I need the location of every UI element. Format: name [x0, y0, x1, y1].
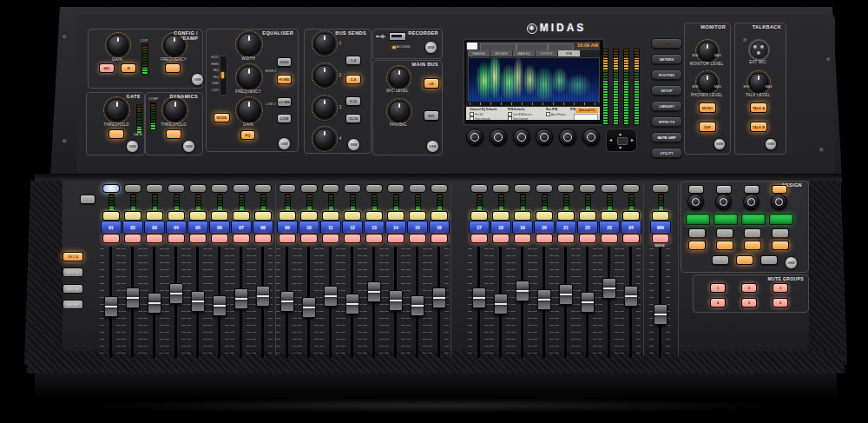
select-button[interactable] — [189, 184, 207, 193]
talk-level-knob[interactable] — [749, 73, 768, 92]
eq-frequency-knob[interactable] — [238, 66, 260, 89]
solo-button[interactable] — [431, 211, 448, 221]
fader[interactable] — [533, 245, 554, 360]
eq-band-button-hi-mid[interactable]: HI MID — [277, 75, 292, 84]
solo-button[interactable] — [365, 211, 383, 221]
assign-view-button[interactable]: VIEW — [785, 256, 798, 269]
fader-cap[interactable] — [537, 289, 551, 310]
fader-cap[interactable] — [432, 288, 446, 308]
fader-cap[interactable] — [213, 295, 227, 316]
nav-up-icon[interactable]: ▴ — [619, 131, 621, 136]
fader[interactable] — [649, 245, 670, 360]
mute-button[interactable] — [387, 234, 404, 243]
mute-group-button-3[interactable]: 3 — [773, 283, 788, 293]
mute-button[interactable] — [102, 234, 120, 243]
fader[interactable] — [143, 245, 164, 360]
fader[interactable] — [276, 245, 297, 360]
recorder-view-button[interactable]: VIEW — [424, 41, 437, 54]
eq-band-button-low[interactable]: LOW — [277, 114, 292, 123]
fader-cap[interactable] — [624, 286, 638, 307]
fader-cap[interactable] — [581, 292, 595, 313]
display-tab-mix-bus[interactable]: MIX BUS — [490, 50, 513, 56]
eq-on-button[interactable]: EQ — [240, 130, 255, 140]
mute-group-button-5[interactable]: 5 — [741, 298, 757, 307]
solo-button[interactable] — [470, 211, 488, 221]
preamp-freq-button[interactable] — [165, 63, 181, 73]
fader-cap[interactable] — [654, 304, 667, 325]
bus-send-knob-2[interactable] — [314, 65, 335, 86]
solo-button[interactable] — [579, 211, 596, 221]
fader[interactable] — [208, 245, 229, 360]
select-button[interactable] — [492, 184, 510, 193]
select-button[interactable] — [387, 184, 404, 193]
eq-band-button-lo-mid[interactable]: LO MID — [277, 97, 292, 107]
assign-encoder-3[interactable] — [743, 194, 760, 210]
fader[interactable] — [122, 245, 142, 360]
fader[interactable] — [406, 245, 427, 360]
mute-button[interactable] — [601, 234, 618, 243]
select-button[interactable] — [168, 184, 185, 193]
solo-button[interactable] — [254, 211, 272, 221]
fader[interactable] — [165, 245, 186, 360]
navigation-dpad[interactable]: ◂ ▸ ▴ ▾ — [606, 129, 637, 152]
fader-cap[interactable] — [602, 278, 616, 299]
bus-range-button-1-4[interactable]: 1-4 — [345, 56, 361, 65]
monitor-mono-button[interactable]: MONO — [699, 102, 716, 113]
select-button[interactable] — [146, 184, 163, 193]
usb-port[interactable] — [389, 32, 406, 41]
solo-button[interactable] — [601, 211, 618, 221]
fader[interactable] — [319, 245, 340, 360]
assign-set-button-2[interactable] — [716, 185, 732, 194]
mute-group-button-4[interactable]: 4 — [710, 298, 726, 307]
solo-button[interactable] — [622, 211, 640, 221]
nav-down-icon[interactable]: ▾ — [619, 145, 621, 150]
mute-button[interactable] — [254, 234, 272, 243]
fader-cap[interactable] — [302, 297, 316, 318]
solo-button[interactable] — [102, 211, 120, 221]
fader-cap[interactable] — [280, 291, 294, 312]
solo-button[interactable] — [536, 211, 553, 221]
solo-button[interactable] — [300, 211, 318, 221]
mute-button[interactable] — [409, 234, 426, 243]
mute-button[interactable] — [622, 234, 640, 243]
fader-cap[interactable] — [494, 294, 508, 314]
layer-button-aux-fx[interactable]: AUX / FX — [62, 284, 83, 294]
display-tab-rta[interactable]: RTA — [558, 50, 581, 56]
layer-button-bus-mst[interactable]: BUS MST — [62, 300, 83, 309]
select-button[interactable] — [211, 184, 228, 193]
talk-b-button[interactable]: TALK B — [750, 122, 767, 132]
select-button[interactable] — [124, 184, 141, 193]
menu-button-home[interactable]: HOME — [651, 38, 682, 49]
ext-mic-xlr-connector[interactable] — [748, 39, 770, 61]
solo-button[interactable] — [514, 211, 531, 221]
select-button[interactable] — [365, 184, 383, 193]
fader[interactable] — [363, 245, 384, 360]
mute-button[interactable] — [233, 234, 250, 243]
display-encoder-1[interactable] — [466, 129, 483, 146]
fader-cap[interactable] — [516, 281, 529, 301]
select-button[interactable] — [536, 184, 553, 193]
menu-button-utility[interactable]: UTILITY — [651, 148, 682, 158]
fader[interactable] — [555, 245, 575, 360]
display-encoder-5[interactable] — [559, 129, 576, 146]
bus-send-knob-4[interactable] — [314, 129, 335, 149]
bus-sends-view-button[interactable]: VIEW — [347, 138, 360, 151]
select-button[interactable] — [470, 184, 488, 193]
mute-button[interactable] — [431, 234, 448, 243]
fader[interactable] — [230, 245, 251, 360]
assign-button-gray-3[interactable] — [744, 228, 761, 238]
gate-view-button[interactable]: VIEW — [126, 140, 139, 153]
fader[interactable] — [490, 245, 510, 360]
fader-cap[interactable] — [126, 288, 140, 308]
fader[interactable] — [385, 245, 405, 360]
menu-button-library[interactable]: LIBRARY — [651, 101, 682, 111]
assign-set-button-1[interactable] — [688, 185, 704, 194]
mute-button[interactable] — [557, 234, 575, 243]
eq-view-button[interactable]: VIEW — [278, 137, 291, 150]
option-checkbox[interactable]: Auto Phones — [546, 112, 566, 116]
mute-button[interactable] — [514, 234, 531, 243]
fader-cap[interactable] — [411, 295, 424, 316]
dynamics-view-button[interactable]: VIEW — [182, 140, 195, 153]
select-button[interactable] — [254, 184, 272, 193]
select-button[interactable] — [514, 184, 531, 193]
